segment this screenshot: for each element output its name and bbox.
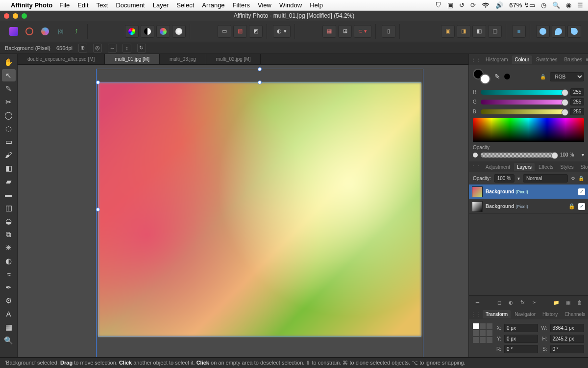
panel-tab-channels[interactable]: Channels [562, 310, 588, 318]
tool-text[interactable]: A [2, 308, 16, 320]
tool-fill[interactable]: ▰ [2, 175, 16, 187]
panel-tab-swatches[interactable]: Swatches [533, 55, 560, 64]
arrange-front-button[interactable]: ▣ [441, 25, 455, 38]
tool-grid[interactable]: ▦ [2, 321, 16, 333]
live-adjust-2[interactable] [552, 25, 565, 38]
auto-contrast-button[interactable] [141, 25, 154, 38]
colour-wells[interactable] [473, 69, 490, 84]
tool-crop[interactable]: ✂ [2, 96, 16, 108]
doc-tab[interactable]: multi_01.jpg [M] [105, 54, 160, 64]
swap-colour-icon[interactable] [504, 74, 510, 79]
export-persona[interactable]: ⤴ [70, 25, 83, 38]
clock-icon[interactable]: ◷ [541, 1, 546, 9]
tool-inpaint[interactable]: ✳ [2, 241, 16, 254]
box-icon[interactable]: ▣ [447, 1, 453, 9]
lock-icon[interactable]: 🔒 [568, 203, 575, 210]
battery-status[interactable]: 67% ↯▭ [509, 1, 535, 9]
colour-spectrum[interactable] [473, 118, 584, 142]
tool-zoom[interactable]: 🔍 [2, 334, 16, 346]
grid-button[interactable]: ▦ [322, 25, 336, 38]
tool-flood-select[interactable]: ◌ [2, 122, 16, 134]
live-adjust-1[interactable] [536, 25, 550, 38]
opacity-slider[interactable] [481, 153, 557, 158]
menu-window[interactable]: Window [279, 1, 302, 9]
volume-icon[interactable]: 🔊 [495, 1, 503, 9]
ui-toggle-button[interactable]: ▯ [382, 25, 395, 38]
selection-rect-button[interactable]: ▭ [218, 25, 231, 38]
context-rotate-icon[interactable]: ↻ [137, 44, 146, 53]
wifi-icon[interactable] [482, 2, 490, 8]
panel-tab-stock[interactable]: Stock [578, 163, 588, 171]
tool-dodge[interactable]: ◐ [2, 255, 16, 267]
develop-persona[interactable] [38, 25, 52, 38]
menu-file[interactable]: File [59, 1, 70, 9]
panel-tab-layers[interactable]: Layers [514, 163, 535, 171]
arrange-back-button[interactable]: ▢ [488, 25, 502, 38]
menu-select[interactable]: Select [176, 1, 194, 9]
folder-icon[interactable]: 📁 [552, 298, 561, 307]
panel-tab-navigator[interactable]: Navigator [512, 310, 539, 318]
menu-layer[interactable]: Layer [153, 1, 169, 9]
tool-pixel[interactable]: ◧ [2, 162, 16, 174]
lock-icon[interactable]: 🔒 [540, 74, 546, 79]
liquify-persona[interactable] [23, 25, 36, 38]
panel-menu-icon[interactable]: ≡ [586, 57, 588, 62]
photo-persona[interactable] [7, 25, 21, 38]
context-dist-v-icon[interactable]: ↕ [122, 44, 131, 53]
blend-mode-select[interactable]: Normal [523, 174, 568, 183]
tool-paint-brush[interactable]: 🖌 [2, 149, 16, 161]
transform-x[interactable]: 0 px [504, 324, 538, 332]
history-icon[interactable]: ↺ [459, 1, 465, 9]
tool-pen[interactable]: ✒ [2, 281, 16, 293]
tool-gradient[interactable]: ▬ [2, 188, 16, 201]
opacity-dropdown[interactable]: ▾ [582, 152, 584, 158]
tool-erase[interactable]: ◫ [2, 202, 16, 214]
arrange-backward-button[interactable]: ◧ [472, 25, 486, 38]
doc-tab[interactable]: multi_03.jpg [160, 54, 206, 64]
tonemap-persona[interactable]: |◊| [54, 25, 68, 38]
layer-opacity-value[interactable]: 100 % [494, 174, 514, 183]
layer-lock-icon[interactable]: 🔒 [578, 176, 584, 181]
list-icon[interactable]: ☰ [577, 1, 583, 9]
auto-levels-button[interactable] [125, 25, 139, 38]
transform-s[interactable]: 0 ° [550, 345, 584, 353]
transform-y[interactable]: 0 px [504, 335, 538, 343]
trash-icon[interactable]: 🗑 [575, 298, 584, 307]
guides-button[interactable]: ⊞ [338, 25, 352, 38]
canvas-image[interactable] [98, 82, 421, 337]
panel-tab-transform[interactable]: Transform [483, 310, 511, 318]
arrange-forward-button[interactable]: ◨ [457, 25, 470, 38]
doc-tab[interactable]: multi_02.jpg [M] [206, 54, 261, 64]
layers-stack-icon[interactable]: ☰ [473, 298, 482, 307]
spotlight-icon[interactable]: 🔍 [552, 1, 560, 9]
menu-text[interactable]: Text [97, 1, 108, 9]
add-layer-icon[interactable]: ▦ [564, 298, 572, 307]
menu-filters[interactable]: Filters [233, 1, 250, 9]
panel-tab-brushes[interactable]: Brushes [561, 55, 585, 64]
colour-b-value[interactable]: 255 [570, 108, 584, 115]
control-center-icon[interactable]: ◉ [566, 1, 571, 9]
align-button[interactable]: ≡ [512, 25, 526, 38]
context-target-icon[interactable]: ⊕ [78, 44, 87, 53]
selection-refine-button[interactable]: ◩ [249, 25, 263, 38]
transform-r[interactable]: 0 ° [504, 345, 538, 353]
menu-arrange[interactable]: Arrange [202, 1, 224, 9]
context-dist-h-icon[interactable]: ↔ [108, 44, 117, 53]
layer-row[interactable]: Background (Pixel)🔒✓ [469, 199, 588, 214]
fx-icon[interactable]: fx [518, 298, 527, 307]
visibility-checkbox[interactable]: ✓ [578, 203, 585, 210]
panel-tab-history[interactable]: History [539, 310, 561, 318]
auto-colour-button[interactable] [156, 25, 170, 38]
panel-tab-effects[interactable]: Effects [536, 163, 556, 171]
shield-icon[interactable]: ⛉ [435, 1, 441, 9]
adjustment-icon[interactable]: ◐ [507, 298, 515, 307]
canvas[interactable] [18, 65, 468, 357]
tool-eyedropper[interactable]: ✎ [2, 82, 16, 95]
tool-selection-brush[interactable]: ◯ [2, 109, 16, 121]
app-name[interactable]: Affinity Photo [11, 1, 52, 9]
tool-marquee[interactable]: ▭ [2, 135, 16, 148]
menu-document[interactable]: Document [116, 1, 145, 9]
live-adjust-3[interactable] [567, 25, 581, 38]
colour-r-value[interactable]: 255 [570, 88, 584, 96]
colour-mode-select[interactable]: RGB [550, 72, 585, 81]
